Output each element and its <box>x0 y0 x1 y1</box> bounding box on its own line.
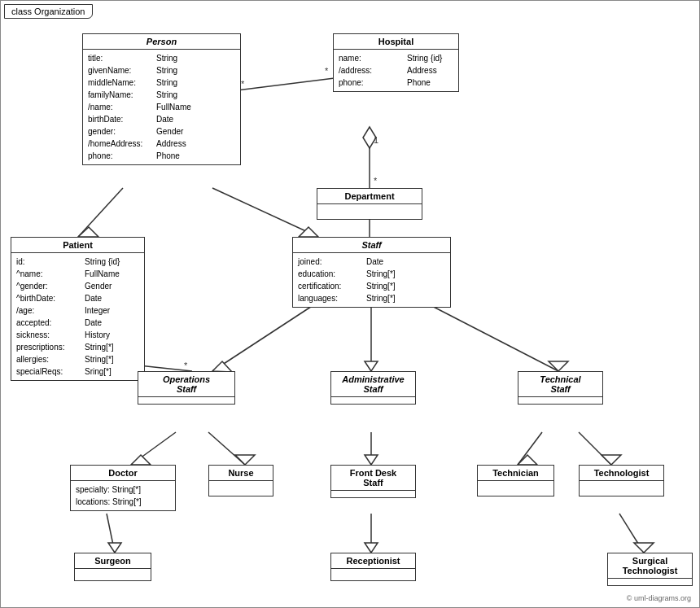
svg-marker-28 <box>365 455 378 465</box>
class-nurse: Nurse <box>208 465 273 496</box>
svg-line-23 <box>131 432 176 465</box>
class-surgeon: Surgeon <box>74 553 151 581</box>
svg-text:*: * <box>325 66 329 76</box>
class-patient: Patient id:String {id} ^name:FullName ^g… <box>11 237 145 381</box>
operations-staff-header: OperationsStaff <box>138 372 234 397</box>
svg-marker-24 <box>131 455 151 465</box>
technologist-body <box>580 481 663 496</box>
nurse-header: Nurse <box>209 466 273 481</box>
administrative-staff-header: AdministrativeStaff <box>331 372 415 397</box>
svg-marker-36 <box>365 543 378 553</box>
svg-marker-4 <box>363 127 376 148</box>
patient-body: id:String {id} ^name:FullName ^gender:Ge… <box>11 253 144 380</box>
person-header: Person <box>83 34 240 50</box>
surgical-technologist-body <box>608 579 692 585</box>
svg-line-17 <box>212 302 318 371</box>
svg-text:1: 1 <box>374 135 378 145</box>
diagram-container: class Organization * * 1 * 1 * * * <box>0 0 700 608</box>
receptionist-header: Receptionist <box>331 553 415 569</box>
svg-marker-34 <box>108 543 121 553</box>
department-body <box>317 204 422 219</box>
staff-body: joined:Date education:String[*] certific… <box>293 253 450 307</box>
svg-line-33 <box>107 514 115 553</box>
diagram-title: class Organization <box>4 4 93 19</box>
administrative-staff-body <box>331 397 415 404</box>
class-department: Department <box>317 188 422 220</box>
person-body: title:String givenName:String middleName… <box>83 50 240 164</box>
svg-marker-30 <box>518 455 537 465</box>
department-header: Department <box>317 189 422 204</box>
hospital-body: name:String {id} /address:Address phone:… <box>334 50 458 91</box>
nurse-body <box>209 481 273 496</box>
patient-header: Patient <box>11 238 144 253</box>
class-staff: Staff joined:Date education:String[*] ce… <box>292 237 451 308</box>
svg-marker-26 <box>235 455 255 465</box>
doctor-header: Doctor <box>71 466 175 481</box>
copyright: © uml-diagrams.org <box>627 594 691 602</box>
svg-marker-22 <box>549 361 568 371</box>
class-receptionist: Receptionist <box>330 553 416 581</box>
class-operations-staff: OperationsStaff <box>138 371 235 405</box>
svg-line-12 <box>212 188 318 237</box>
class-technician: Technician <box>477 465 554 496</box>
front-desk-staff-header: Front DeskStaff <box>331 466 415 491</box>
svg-line-29 <box>518 432 542 465</box>
svg-marker-13 <box>299 227 318 237</box>
class-surgical-technologist: SurgicalTechnologist <box>607 553 693 586</box>
surgeon-body <box>75 569 151 580</box>
svg-line-31 <box>579 432 611 465</box>
technologist-header: Technologist <box>580 466 663 481</box>
technical-staff-header: TechnicalStaff <box>518 372 602 397</box>
staff-header: Staff <box>293 238 450 253</box>
surgeon-header: Surgeon <box>75 553 151 569</box>
receptionist-body <box>331 569 415 580</box>
class-administrative-staff: AdministrativeStaff <box>330 371 416 405</box>
technician-header: Technician <box>478 466 553 481</box>
svg-line-0 <box>237 78 335 90</box>
class-front-desk-staff: Front DeskStaff <box>330 465 416 498</box>
operations-staff-body <box>138 397 234 404</box>
class-technical-staff: TechnicalStaff <box>518 371 603 405</box>
svg-marker-11 <box>78 227 98 237</box>
svg-line-21 <box>424 302 558 371</box>
hospital-header: Hospital <box>334 34 458 50</box>
svg-marker-20 <box>365 361 378 371</box>
svg-line-37 <box>619 514 644 553</box>
technician-body <box>478 481 553 496</box>
front-desk-staff-body <box>331 491 415 497</box>
svg-line-10 <box>78 188 123 237</box>
technical-staff-body <box>518 397 602 404</box>
class-doctor: Doctor specialty: String[*] locations: S… <box>70 465 176 511</box>
svg-text:*: * <box>184 361 188 370</box>
svg-text:*: * <box>374 176 378 186</box>
doctor-body: specialty: String[*] locations: String[*… <box>71 481 175 510</box>
svg-line-25 <box>208 432 245 465</box>
surgical-technologist-header: SurgicalTechnologist <box>608 553 692 579</box>
class-hospital: Hospital name:String {id} /address:Addre… <box>333 33 459 92</box>
svg-text:*: * <box>241 79 245 89</box>
svg-marker-38 <box>634 543 654 553</box>
svg-marker-32 <box>602 455 621 465</box>
class-person: Person title:String givenName:String mid… <box>82 33 241 165</box>
class-technologist: Technologist <box>579 465 664 496</box>
